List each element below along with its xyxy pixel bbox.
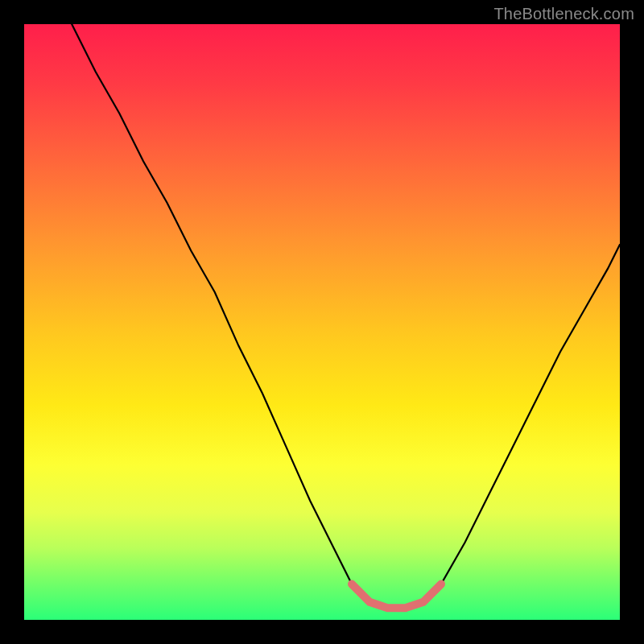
curve-layer [24, 24, 620, 620]
optimal-zone-path [352, 584, 441, 609]
bottleneck-gradient-plot [24, 24, 620, 620]
chart-frame: TheBottleneck.com [0, 0, 644, 644]
attribution-text: TheBottleneck.com [493, 5, 634, 23]
bottleneck-curve-path [72, 24, 620, 608]
